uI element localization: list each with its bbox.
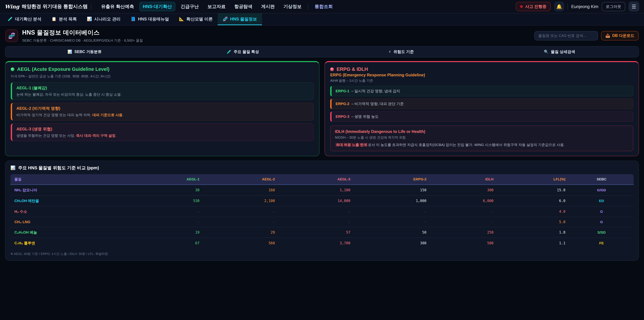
table-title: 📊 주요 HNS 물질별 위험도 기준 비교 (ppm) — [10, 165, 634, 171]
idlh-box: IDLH (Immediately Dangerous to Life or H… — [330, 126, 633, 151]
aegl-3-label: AEGL-3 (생명 위협) — [16, 126, 309, 132]
nav-item-board[interactable]: 게시판 — [258, 2, 278, 12]
erpg-card-title: ERPG & IDLH — [336, 67, 368, 72]
divider — [308, 4, 308, 10]
col-sebc[interactable]: SEBC — [569, 174, 634, 185]
tab-scenario-management[interactable]: 📊 시나리오 관리 — [82, 14, 126, 25]
hamburger-menu-button[interactable]: ☰ — [628, 2, 639, 12]
idlh-description: 최대 허용 노출 한계로서 이 농도를 초과하면 자급식 호흡장치(SCBA) … — [335, 142, 628, 148]
db-download-button[interactable]: 📥 DB 다운로드 — [601, 31, 639, 41]
red-dot-icon — [330, 68, 334, 71]
notifications-button[interactable]: 🔔 — [554, 2, 564, 12]
bell-icon: 🔔 — [556, 4, 562, 10]
nav-item-emergency-rescue[interactable]: 긴급구난 — [177, 2, 202, 12]
aegl-card: AEGL (Acute Exposure Guideline Level) 미국… — [5, 61, 320, 156]
tab-dispersion-analysis[interactable]: 🧪 대기확산 분석 — [3, 14, 46, 25]
nav-item-hns-dispersion[interactable]: HNS·대기확산 — [139, 2, 176, 12]
col-substance[interactable]: 물질 — [10, 174, 128, 185]
erpg-2-label: ERPG-2 — [336, 102, 349, 106]
subnav-key-properties[interactable]: 🧪 주요 물질 특성 — [164, 47, 322, 57]
aegl-2-label: AEGL-2 (비가역적 영향) — [16, 106, 309, 111]
tab-hns-substance-info[interactable]: 🧬 HNS 물질정보 — [218, 14, 262, 25]
green-dot-icon — [11, 68, 14, 71]
erpg-subtitle: AIHA 발행 – 1시간 노출 기준 — [330, 78, 633, 83]
substance-search-input[interactable] — [534, 31, 598, 41]
page-title: HNS 물질정보 데이터베이스 — [22, 29, 143, 37]
system-title: 해양환경 위기대응 통합시스템 — [22, 3, 88, 10]
col-aegl1[interactable]: AEGL-1 — [128, 174, 204, 185]
erpg-3-row: ERPG-3 – 생명 위협 농도 — [330, 111, 633, 122]
aegl-1-label: AEGL-1 (불쾌감) — [16, 85, 309, 91]
aegl-3-item: AEGL-3 (생명 위협) 생명을 위협하는 건강 영향 또는 사망. 즉시 … — [11, 123, 314, 141]
section-subnav: 📊 SEBC 거동분류 🧪 주요 물질 특성 ⚡ 위험도 기준 🔍 물질 상세검… — [5, 46, 639, 57]
erpg-2-text: – 비가역적 영향, 대피 판단 기준 — [351, 101, 404, 106]
subnav-label: 위험도 기준 — [394, 49, 414, 54]
wing-logo-mark: Wing — [5, 4, 19, 10]
table-row-hydrogen[interactable]: H₂ 수소 - - - - - 4.0 G — [10, 206, 634, 217]
aegl-1-item: AEGL-1 (불쾌감) 눈에 띄는 불쾌감, 자극 또는 비감각적 증상. 노… — [11, 82, 314, 100]
subnav-label: SEBC 거동분류 — [74, 49, 102, 54]
nav-item-weather-info[interactable]: 기상정보 — [280, 2, 305, 12]
subnav-sebc-classification[interactable]: 📊 SEBC 거동분류 — [5, 47, 164, 57]
bar-chart-icon: 📊 — [10, 165, 16, 170]
page-subtitle: SEBC 거동분류 · CHRIS/CAMEO DB · AEGL/ERPG/I… — [22, 38, 143, 43]
nav-item-integrated-search[interactable]: 통합조회 — [311, 2, 336, 12]
erpg-2-row: ERPG-2 – 비가역적 영향, 대피 판단 기준 — [330, 99, 633, 109]
table-header-row: 물질 AEGL-1 AEGL-2 AEGL-3 ERPG-2 IDLH LFL(… — [10, 174, 634, 185]
aegl-1-desc: 눈에 띄는 불쾌감, 자극 또는 비감각적 증상. 노출 중단 시 증상 소멸. — [16, 92, 309, 97]
tab-dispersion-model-theory[interactable]: 📐 확산모델 이론 — [174, 14, 218, 25]
erpg-heading: ERPG (Emergency Response Planning Guidel… — [330, 73, 633, 77]
col-aegl3[interactable]: AEGL-3 — [279, 174, 354, 185]
nav-item-aerial-search[interactable]: 항공탐색 — [230, 2, 256, 12]
erpg-1-row: ERPG-1 – 일시적 건강 영향, 냄새 감지 — [330, 86, 633, 96]
erpg-3-label: ERPG-3 — [336, 114, 349, 119]
bar-chart-icon: 📊 — [87, 17, 92, 21]
aegl-card-title: AEGL (Acute Exposure Guideline Level) — [17, 67, 110, 72]
tab-label: HNS 대응매뉴얼 — [138, 16, 169, 22]
col-idlh[interactable]: IDLH — [430, 174, 498, 185]
nav-item-reports[interactable]: 보고자료 — [204, 2, 229, 12]
page-header-text: HNS 물질정보 데이터베이스 SEBC 거동분류 · CHRIS/CAMEO … — [22, 29, 143, 43]
test-tube-icon: 🧪 — [8, 17, 13, 21]
tab-label: 대기확산 분석 — [15, 16, 42, 22]
user-name: Eunjeong Kim — [571, 4, 598, 9]
page-header-actions: 📥 DB 다운로드 — [534, 31, 639, 41]
hns-risk-comparison-table: 물질 AEGL-1 AEGL-2 AEGL-3 ERPG-2 IDLH LFL(… — [10, 174, 634, 248]
divider — [568, 4, 568, 10]
logout-button[interactable]: 로그아웃 — [602, 2, 625, 11]
col-aegl2[interactable]: AEGL-2 — [204, 174, 279, 185]
hamburger-icon: ☰ — [632, 4, 636, 10]
inbox-tray-icon: 📥 — [606, 33, 610, 38]
aegl-card-subtitle: 미국 EPA – 일반인 급성 노출 기준 (10분, 30분, 60분, 4시… — [11, 74, 314, 79]
aegl-2-item: AEGL-2 (비가역적 영향) 비가역적·장기적 건강 영향 또는 대피 능력… — [11, 103, 314, 121]
table-row-lng[interactable]: CH₄ LNG - - - - - 5.0 G — [10, 217, 634, 227]
idlh-subtitle: NIOSH – 30분 노출 시 생명·건강에 즉각적 위험 — [335, 135, 628, 140]
col-lfl[interactable]: LFL(%) — [498, 174, 570, 185]
clipboard-icon: 📋 — [52, 17, 56, 21]
hns-comparison-table-card: 📊 주요 HNS 물질별 위험도 기준 비교 (ppm) 물질 AEGL-1 A… — [5, 161, 639, 261]
incident-status-badge[interactable]: 사고 진행중 — [516, 2, 551, 11]
page-header: 🧬 HNS 물질정보 데이터베이스 SEBC 거동분류 · CHRIS/CAME… — [0, 26, 644, 46]
table-row-ammonia[interactable]: NH₃ 암모니아 30 160 1,100 150 300 15.0 G/GD — [10, 185, 634, 195]
subnav-label: 주요 물질 특성 — [234, 49, 259, 54]
hns-substance-db-page: Wing 해양환경 위기대응 통합시스템 유출유 확산예측 HNS·대기확산 긴… — [0, 0, 644, 320]
table-row-toluene[interactable]: C₇H₈ 톨루엔 67 560 3,700 300 500 1.1 FE — [10, 238, 634, 248]
divider — [91, 4, 91, 10]
table-row-methanol[interactable]: CH₃OH 메탄올 530 2,100 14,000 1,000 6,000 6… — [10, 195, 634, 206]
table-row-phenol[interactable]: C₆H₅OH 페놀 19 29 57 50 250 1.8 S/SD — [10, 227, 634, 238]
app-logo[interactable]: Wing 해양환경 위기대응 통합시스템 — [5, 3, 88, 10]
subnav-detail-search[interactable]: 🔍 물질 상세검색 — [480, 47, 639, 57]
module-tab-bar: 🧪 대기확산 분석 📋 분석 목록 📊 시나리오 관리 📘 HNS 대응매뉴얼 … — [0, 14, 644, 26]
tab-label: 확산모델 이론 — [186, 16, 213, 22]
top-navbar: Wing 해양환경 위기대응 통합시스템 유출유 확산예측 HNS·대기확산 긴… — [0, 0, 644, 14]
bar-chart-icon: 📊 — [68, 50, 72, 54]
tab-analysis-list[interactable]: 📋 분석 목록 — [46, 14, 82, 25]
nav-item-oil-spill-forecast[interactable]: 유출유 확산예측 — [97, 2, 138, 12]
aegl-2-desc: 비가역적·장기적 건강 영향 또는 대피 능력 저하. 대피 기준으로 사용. — [16, 112, 309, 117]
col-erpg2[interactable]: ERPG-2 — [354, 174, 430, 185]
erpg-idlh-card: ERPG & IDLH ERPG (Emergency Response Pla… — [324, 61, 639, 156]
subnav-label: 물질 상세검색 — [551, 49, 575, 54]
tab-hns-response-manual[interactable]: 📘 HNS 대응매뉴얼 — [126, 14, 174, 25]
table-footnote: ※ AEGL: 60분 기준 / ERPG: 1시간 노출 / IDLH: 30… — [10, 252, 634, 256]
subnav-risk-criteria[interactable]: ⚡ 위험도 기준 — [322, 47, 480, 57]
